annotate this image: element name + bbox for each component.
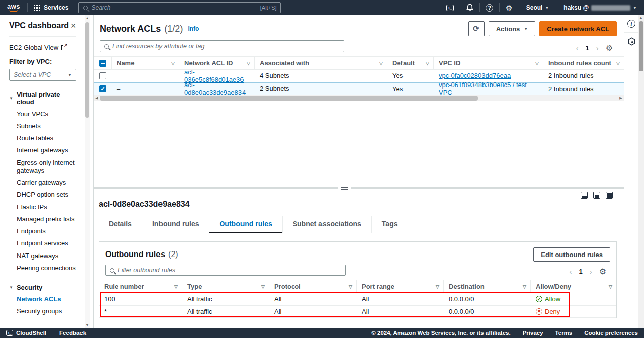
settings-button[interactable]: ⚙: [500, 0, 519, 15]
scrollbar-thumb[interactable]: [639, 21, 643, 71]
sort-filter-icon[interactable]: ▽: [261, 284, 265, 289]
next-page-icon[interactable]: ›: [596, 44, 599, 52]
vertical-scrollbar[interactable]: ▲: [638, 15, 644, 328]
sidebar-item-peering-connections[interactable]: Peering connections: [9, 262, 76, 274]
table-row[interactable]: – acl-036e5c8f68d01ae36 4 Subnets Yes vp…: [94, 70, 624, 82]
section-virtual-private-cloud[interactable]: ▼ Virtual private cloud: [9, 91, 76, 106]
tab-tags[interactable]: Tags: [372, 216, 408, 233]
sidebar-item-managed-prefix-lists[interactable]: Managed prefix lists: [9, 213, 76, 225]
sidebar-item-internet-gateways[interactable]: Internet gateways: [9, 144, 76, 156]
next-page-icon[interactable]: ›: [590, 267, 592, 276]
split-drag-handle[interactable]: [338, 185, 351, 191]
vpc-id-link[interactable]: vpc-061f09348b3b0e8c5 / test VPC: [439, 81, 539, 96]
resource-filter-input[interactable]: Find resources by attribute or tag: [100, 40, 344, 52]
sort-filter-icon[interactable]: ▽: [523, 284, 526, 289]
sidebar-item-security-groups[interactable]: Security groups: [9, 305, 76, 317]
tab-details[interactable]: Details: [99, 216, 142, 233]
scroll-up-icon[interactable]: ▲: [85, 16, 90, 20]
network-acls-table: Name▽ Network ACL ID▽ Associated with▽ D…: [94, 56, 624, 101]
services-menu-button[interactable]: Services: [28, 4, 74, 11]
page-number[interactable]: 1: [585, 44, 589, 52]
row-checkbox[interactable]: [99, 85, 106, 92]
sort-filter-icon[interactable]: ▽: [171, 61, 175, 66]
info-link[interactable]: Info: [188, 25, 199, 32]
table-row-selected[interactable]: – acl-0d8e0ac33de9ae834 2 Subnets Yes vp…: [94, 82, 624, 96]
terms-link[interactable]: Terms: [555, 330, 573, 336]
sidebar-item-carrier-gateways[interactable]: Carrier gateways: [9, 176, 76, 188]
vpc-id-link[interactable]: vpc-0fa0c02803dd76eaa: [439, 72, 511, 79]
account-menu[interactable]: haksu @ ▼: [556, 4, 644, 11]
sort-filter-icon[interactable]: ▽: [535, 61, 539, 66]
scroll-left-icon[interactable]: ◀: [94, 96, 100, 100]
sort-filter-icon[interactable]: ▽: [609, 284, 612, 289]
filter-placeholder: Find resources by attribute or tag: [112, 43, 204, 50]
sidebar-item-egress-only-internet-gateways[interactable]: Egress-only internet gateways: [9, 156, 76, 176]
region-selector[interactable]: Seoul ▼: [519, 4, 556, 11]
sidebar-item-your-vpcs[interactable]: Your VPCs: [9, 108, 76, 120]
sidebar-item-subnets[interactable]: Subnets: [9, 120, 76, 132]
sidebar-item-network-acls[interactable]: Network ACLs: [9, 293, 76, 305]
sort-filter-icon[interactable]: ▽: [247, 61, 250, 66]
tab-outbound-rules[interactable]: Outbound rules: [209, 216, 282, 233]
table-settings-icon[interactable]: ⚙: [599, 268, 606, 276]
acl-id-link[interactable]: acl-0d8e0ac33de9ae834: [184, 81, 251, 96]
close-icon[interactable]: ✕: [70, 22, 76, 30]
section-security[interactable]: ▼ Security: [9, 284, 76, 291]
tab-subnet-associations[interactable]: Subnet associations: [283, 216, 372, 233]
tab-inbound-rules[interactable]: Inbound rules: [142, 216, 210, 233]
select-all-checkbox[interactable]: [99, 60, 106, 67]
sidebar-item-dhcp-option-sets[interactable]: DHCP option sets: [9, 189, 76, 201]
previous-page-icon[interactable]: ‹: [576, 44, 578, 52]
row-checkbox[interactable]: [99, 72, 106, 79]
help-button[interactable]: ?: [480, 0, 499, 15]
sort-filter-icon[interactable]: ▽: [174, 284, 178, 289]
actions-dropdown-button[interactable]: Actions ▼: [489, 21, 536, 36]
scrollbar-thumb[interactable]: [85, 22, 89, 118]
info-panel-button[interactable]: i: [624, 15, 638, 32]
console-search-input[interactable]: Search [Alt+S]: [78, 2, 281, 13]
cookie-preferences-link[interactable]: Cookie preferences: [584, 330, 638, 336]
panel-size-half-icon[interactable]: [593, 192, 600, 199]
edit-outbound-rules-button[interactable]: Edit outbound rules: [533, 247, 610, 262]
horizontal-scrollbar[interactable]: ◀ ▶: [94, 95, 624, 101]
sort-filter-icon[interactable]: ▽: [436, 284, 439, 289]
sidebar-item-endpoints[interactable]: Endpoints: [9, 225, 76, 237]
sort-filter-icon[interactable]: ▽: [616, 61, 620, 66]
aws-logo[interactable]: aws: [0, 4, 27, 12]
scroll-up-icon[interactable]: ▲: [638, 16, 644, 19]
panel-size-full-icon[interactable]: [606, 192, 613, 199]
sort-filter-icon[interactable]: ▽: [379, 61, 383, 66]
sidebar-scrollbar[interactable]: ▲ ▼: [85, 15, 90, 328]
services-grid-icon: [34, 5, 40, 11]
amazon-q-panel-button[interactable]: [624, 33, 638, 50]
vpc-select-dropdown[interactable]: Select a VPC ▼: [9, 69, 76, 81]
search-icon: [104, 44, 109, 49]
sidebar-item-elastic-ips[interactable]: Elastic IPs: [9, 201, 76, 213]
sidebar-item-endpoint-services[interactable]: Endpoint services: [9, 237, 76, 249]
create-network-acl-button[interactable]: Create network ACL: [539, 21, 617, 36]
outbound-rule-row[interactable]: 100 All traffic All All 0.0.0.0/0 ✓Allow: [99, 293, 616, 306]
cloudshell-footer-button[interactable]: ›_ CloudShell: [6, 330, 46, 336]
outbound-filter-input[interactable]: Filter outbound rules: [105, 265, 346, 276]
feedback-button[interactable]: Feedback: [59, 330, 86, 336]
panel-size-small-icon[interactable]: [581, 192, 588, 199]
subnets-link[interactable]: 2 Subnets: [260, 84, 289, 93]
subnets-link[interactable]: 4 Subnets: [260, 72, 289, 80]
scrollbar-thumb[interactable]: [100, 96, 478, 101]
ec2-global-view-link[interactable]: EC2 Global View: [9, 44, 76, 51]
outbound-rule-row[interactable]: * All traffic All All 0.0.0.0/0 ✕Deny: [99, 306, 616, 318]
table-header-row: Name▽ Network ACL ID▽ Associated with▽ D…: [94, 56, 624, 70]
previous-page-icon[interactable]: ‹: [569, 267, 572, 276]
scroll-right-icon[interactable]: ▶: [618, 96, 624, 100]
sidebar-item-route-tables[interactable]: Route tables: [9, 132, 76, 144]
notifications-button[interactable]: [460, 0, 479, 15]
sort-filter-icon[interactable]: ▽: [426, 61, 429, 66]
privacy-link[interactable]: Privacy: [523, 330, 543, 336]
refresh-button[interactable]: ⟳: [468, 21, 485, 36]
sidebar-item-nat-gateways[interactable]: NAT gateways: [9, 249, 76, 262]
sort-filter-icon[interactable]: ▽: [349, 284, 352, 289]
cloudshell-button[interactable]: ›_: [441, 0, 460, 15]
page-number[interactable]: 1: [579, 268, 582, 275]
scroll-down-icon[interactable]: ▼: [85, 323, 90, 327]
table-settings-icon[interactable]: ⚙: [606, 44, 613, 52]
